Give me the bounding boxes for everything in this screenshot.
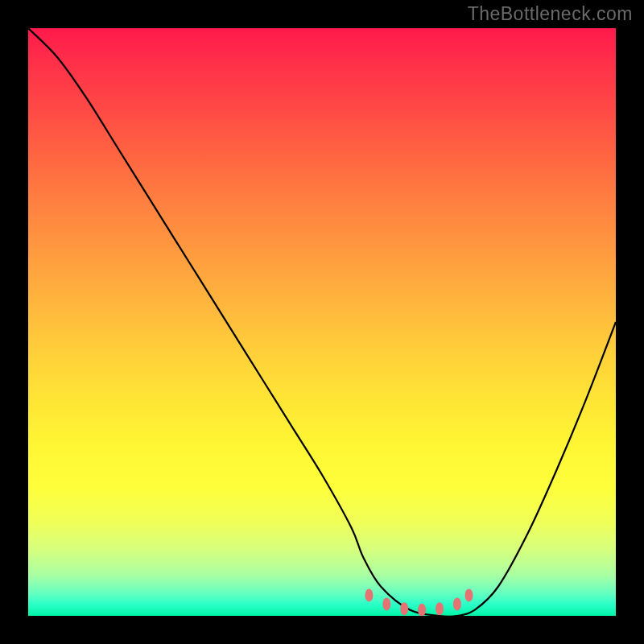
valley-marker <box>465 588 473 601</box>
chart-plot-area <box>28 28 616 616</box>
attribution-text: TheBottleneck.com <box>468 3 633 25</box>
valley-marker <box>453 597 461 610</box>
valley-marker-group <box>365 588 473 616</box>
valley-marker <box>418 604 426 616</box>
valley-marker <box>436 602 444 615</box>
valley-marker <box>365 588 373 601</box>
bottleneck-curve <box>28 28 616 616</box>
valley-marker <box>382 597 390 610</box>
valley-marker <box>400 602 408 615</box>
chart-svg <box>28 28 616 616</box>
